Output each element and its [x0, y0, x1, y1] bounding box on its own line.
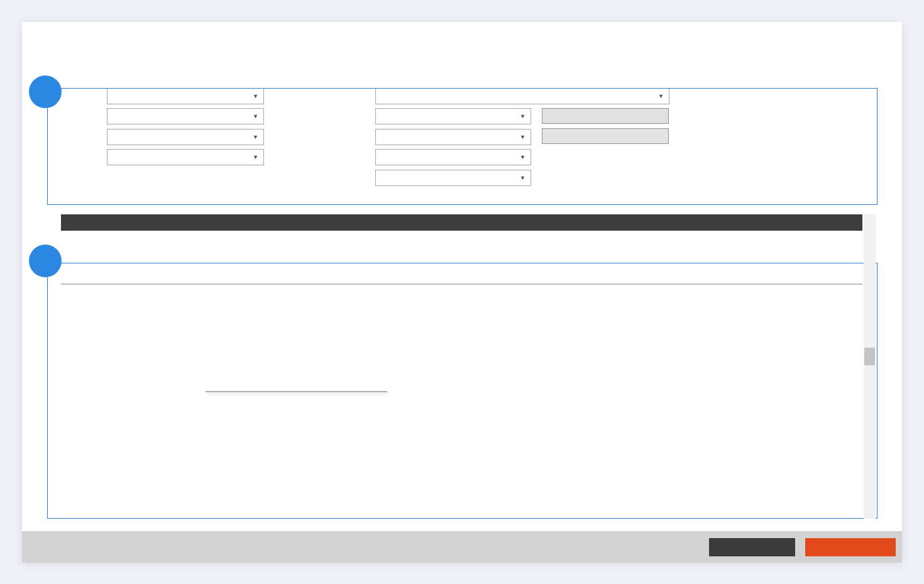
- port-type-select[interactable]: ▼: [375, 108, 531, 124]
- scrollbar-thumb[interactable]: [864, 348, 875, 365]
- chevron-down-icon: ▼: [520, 134, 525, 140]
- chevron-down-icon: ▼: [253, 134, 258, 140]
- chevron-down-icon: ▼: [253, 93, 258, 99]
- ok-button[interactable]: [805, 538, 896, 556]
- port-search-dialog: ▼ ▼ ▼ ▼ ▼ ▼ ▼: [22, 22, 902, 563]
- floor-select[interactable]: ▼: [107, 129, 264, 145]
- grid-header-row: [47, 214, 862, 231]
- building-select[interactable]: ▼: [107, 108, 264, 124]
- cancel-button[interactable]: [709, 538, 795, 556]
- component-select[interactable]: ▼: [375, 88, 669, 104]
- chevron-down-icon: ▼: [520, 113, 525, 119]
- search-form-panel: [47, 88, 877, 205]
- scroll-down-icon[interactable]: [864, 507, 876, 519]
- chevron-down-icon: ▼: [253, 113, 258, 119]
- results-scrollbar[interactable]: [864, 214, 876, 519]
- step-badge-2: [29, 245, 62, 277]
- results-rows: [47, 285, 862, 519]
- chevron-down-icon: ▼: [658, 93, 664, 99]
- context-menu: [206, 391, 387, 392]
- reset-search-button[interactable]: [542, 128, 669, 144]
- chevron-down-icon: ▼: [520, 175, 525, 181]
- step-badge-1: [29, 75, 62, 108]
- group-by-select[interactable]: ▼: [375, 170, 531, 186]
- grid-settings-icon[interactable]: [47, 214, 61, 231]
- room-select[interactable]: ▼: [107, 149, 264, 165]
- table-row[interactable]: [47, 231, 862, 247]
- scroll-up-icon[interactable]: [864, 214, 876, 226]
- start-search-button[interactable]: [542, 108, 669, 124]
- chevron-down-icon: ▼: [520, 154, 525, 160]
- port-status-select[interactable]: ▼: [375, 149, 531, 165]
- chevron-down-icon: ▼: [253, 154, 258, 160]
- port-position-select[interactable]: ▼: [375, 129, 531, 145]
- grid-header-cells: [61, 214, 862, 231]
- screen: ▼ ▼ ▼ ▼ ▼ ▼ ▼: [0, 0, 924, 584]
- location-select[interactable]: ▼: [107, 88, 264, 104]
- footer-bar: [22, 531, 902, 563]
